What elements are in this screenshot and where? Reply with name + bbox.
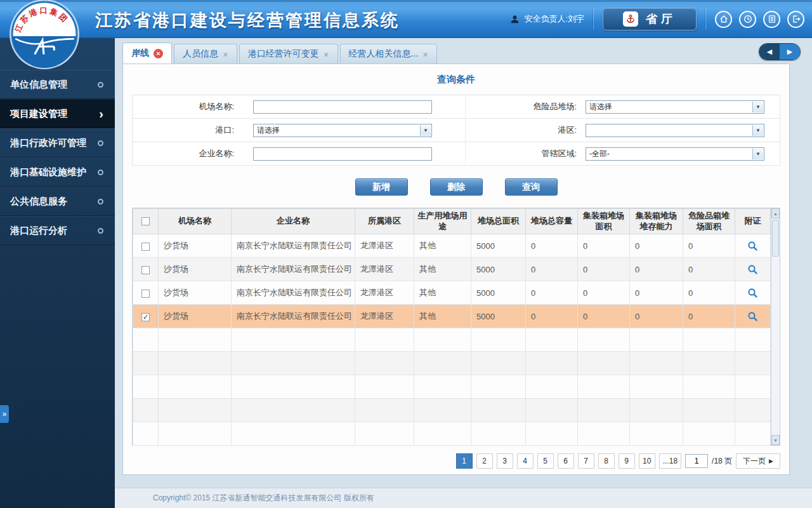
- scroll-up-button[interactable]: ▲: [771, 208, 780, 218]
- header-divider: [705, 8, 706, 30]
- logout-icon[interactable]: [787, 11, 804, 28]
- scrollbar-thumb[interactable]: [772, 220, 779, 257]
- sidebar-item[interactable]: 港口运行分析: [0, 216, 115, 245]
- close-icon[interactable]: ×: [324, 50, 329, 59]
- page-button[interactable]: ...18: [659, 453, 681, 469]
- page-button[interactable]: 3: [497, 453, 513, 469]
- sidebar-item[interactable]: 港口行政许可管理: [0, 128, 115, 157]
- page-number-input[interactable]: [685, 454, 708, 468]
- table-cell: 0: [683, 258, 735, 281]
- select-value: 请选择: [589, 102, 612, 112]
- table-cell: 0: [526, 281, 578, 305]
- document-icon[interactable]: [763, 11, 780, 28]
- text-input[interactable]: [253, 147, 432, 161]
- empty-cell: [159, 328, 232, 352]
- sidebar-item[interactable]: 项目建设管理›: [0, 99, 115, 128]
- province-hall-button[interactable]: 省厅: [603, 8, 697, 30]
- select-value: -全部-: [589, 149, 610, 159]
- results-grid: 机场名称企业名称所属港区生产用堆场用途堆场总面积堆场总容量集装箱堆场面积集装箱堆…: [132, 208, 780, 446]
- close-icon[interactable]: ×: [154, 49, 163, 58]
- sidebar-item[interactable]: 单位信息管理: [0, 70, 115, 99]
- empty-cell: [735, 352, 771, 375]
- row-checkbox-cell: [133, 258, 159, 281]
- tab[interactable]: 经营人相关信息...×: [340, 44, 437, 64]
- table-body: 沙货场南京长宁水陆联运有限责任公司龙潭港区其他50000000沙货场南京长宁水陆…: [133, 234, 771, 446]
- page-button[interactable]: 10: [639, 453, 655, 469]
- scrollbar-track[interactable]: ▲ ▼: [771, 208, 780, 445]
- empty-cell: [232, 352, 355, 375]
- page-button[interactable]: 8: [598, 453, 615, 469]
- row-checkbox[interactable]: [141, 243, 150, 251]
- magnifier-icon[interactable]: [747, 241, 758, 251]
- footer: Copyright© 2015 江苏省新通智能交通科技发展有限公司 版权所有: [115, 488, 812, 508]
- tab[interactable]: 港口经营许可变更×: [239, 44, 338, 64]
- query-form-row: 企业名称:管辖区域:-全部-▼: [133, 142, 780, 166]
- page-button[interactable]: 5: [537, 453, 554, 469]
- magnifier-icon[interactable]: [747, 288, 758, 298]
- page-button[interactable]: 4: [517, 453, 534, 469]
- select-dropdown[interactable]: -全部-▼: [586, 147, 764, 161]
- empty-cell: [159, 375, 232, 399]
- table-row[interactable]: 沙货场南京长宁水陆联运有限责任公司龙潭港区其他50000000: [133, 258, 771, 281]
- close-icon[interactable]: ×: [223, 50, 228, 59]
- select-all-checkbox[interactable]: [141, 217, 150, 225]
- circle-icon: [98, 228, 103, 234]
- select-dropdown[interactable]: 请选择▼: [253, 124, 432, 137]
- table-cell: 0: [526, 234, 578, 258]
- tab[interactable]: 人员信息×: [174, 44, 237, 64]
- close-icon[interactable]: ×: [422, 50, 428, 59]
- page-button[interactable]: 9: [619, 453, 635, 469]
- table-cell: 0: [630, 234, 683, 258]
- table-cell: 龙潭港区: [355, 258, 414, 281]
- select-dropdown[interactable]: ▼: [586, 124, 764, 137]
- row-checkbox[interactable]: ✓: [141, 313, 150, 321]
- clock-icon[interactable]: [739, 11, 756, 28]
- text-input[interactable]: [253, 100, 432, 114]
- query-label: 企业名称:: [133, 142, 239, 165]
- table-cell: 0: [578, 234, 630, 258]
- search-button[interactable]: 查询: [505, 178, 558, 196]
- empty-cell: [232, 422, 355, 446]
- circle-icon: [98, 82, 103, 88]
- page-button[interactable]: 6: [558, 453, 574, 469]
- table-row[interactable]: 沙货场南京长宁水陆联运有限责任公司龙潭港区其他50000000: [133, 281, 771, 305]
- page-button[interactable]: 2: [476, 453, 493, 469]
- attachment-cell: [735, 281, 771, 305]
- table-row[interactable]: ✓沙货场南京长宁水陆联运有限责任公司龙潭港区其他50000000: [133, 305, 771, 328]
- table-row[interactable]: 沙货场南京长宁水陆联运有限责任公司龙潭港区其他50000000: [133, 234, 771, 258]
- home-icon[interactable]: [715, 11, 732, 28]
- delete-button[interactable]: 删除: [430, 178, 483, 196]
- action-button-bar: 新增删除查询: [123, 166, 789, 208]
- empty-cell: [414, 352, 471, 375]
- select-dropdown[interactable]: 请选择▼: [586, 100, 764, 114]
- row-checkbox-cell: [133, 234, 159, 258]
- current-user: 安全负责人:刘宇: [510, 13, 584, 25]
- attachment-cell: [735, 234, 771, 258]
- empty-cell: [414, 399, 471, 422]
- magnifier-icon[interactable]: [747, 311, 758, 322]
- empty-cell: [355, 399, 414, 422]
- empty-cell: [355, 352, 414, 375]
- empty-cell: [471, 375, 526, 399]
- sidebar-item-label: 项目建设管理: [10, 108, 67, 120]
- row-checkbox[interactable]: [141, 266, 150, 274]
- page-button[interactable]: 7: [578, 453, 594, 469]
- add-button[interactable]: 新增: [355, 178, 408, 196]
- sidebar-item[interactable]: 公共信息服务: [0, 187, 115, 216]
- table-cell: 南京长宁水陆联运有限责任公司: [232, 305, 355, 328]
- scroll-down-button[interactable]: ▼: [771, 435, 780, 445]
- next-page-button[interactable]: 下一页▶: [736, 453, 780, 469]
- header-divider: [593, 8, 594, 30]
- tab-scroll-left-button[interactable]: ◀: [759, 44, 780, 60]
- logo-graphic: 江苏港口集团: [9, 0, 80, 70]
- tab[interactable]: 岸线×: [122, 43, 172, 64]
- row-checkbox[interactable]: [141, 290, 150, 298]
- magnifier-icon[interactable]: [747, 264, 758, 275]
- table-cell: 0: [630, 281, 683, 305]
- sidebar-expander[interactable]: »: [0, 405, 9, 423]
- sidebar-menu: 单位信息管理项目建设管理›港口行政许可管理港口基础设施维护公共信息服务港口运行分…: [0, 70, 115, 245]
- sidebar-item[interactable]: 港口基础设施维护: [0, 157, 115, 187]
- tab-scroll-right-button[interactable]: ▶: [780, 44, 800, 60]
- column-header: 堆场总容量: [526, 209, 578, 234]
- page-button[interactable]: 1: [456, 453, 473, 469]
